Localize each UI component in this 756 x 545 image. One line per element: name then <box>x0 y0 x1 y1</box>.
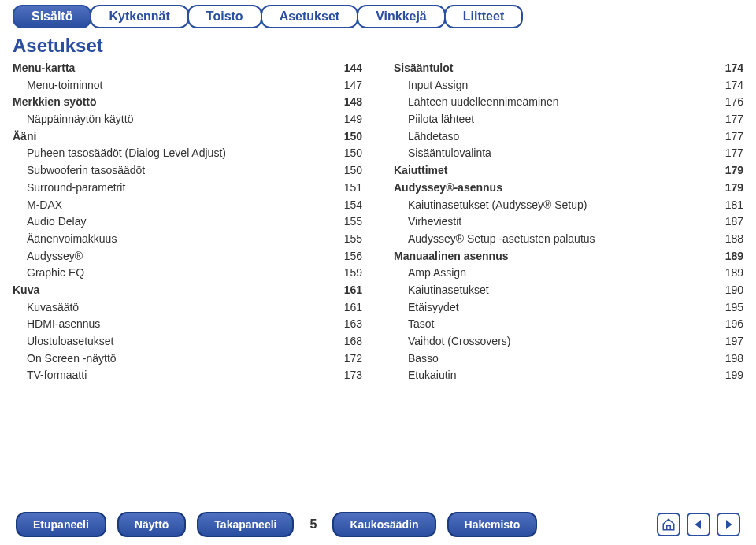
toc-page: 188 <box>721 231 743 248</box>
toc-label: Amp Assign <box>408 265 466 282</box>
toc-page: 173 <box>339 367 362 384</box>
toc-line[interactable]: Merkkien syöttö148 <box>13 94 362 111</box>
next-page-icon[interactable] <box>717 513 740 536</box>
toc-line[interactable]: Näppäinnäytön käyttö149 <box>13 111 362 128</box>
tab-sisalto[interactable]: Sisältö <box>13 5 91 28</box>
top-tabs: Sisältö Kytkennät Toisto Asetukset Vinkk… <box>0 0 756 28</box>
toc-line[interactable]: Menu-toiminnot147 <box>13 77 362 95</box>
toc-line[interactable]: Lähteen uudelleennimeäminen176 <box>394 94 743 111</box>
toc-line[interactable]: Basso198 <box>394 350 743 368</box>
toc-line[interactable]: Kaiutinasetukset190 <box>394 282 743 299</box>
toc-label: Lähteen uudelleennimeäminen <box>408 94 558 111</box>
toc-line[interactable]: Kuva161 <box>13 282 362 299</box>
tab-asetukset[interactable]: Asetukset <box>261 5 358 28</box>
toc-line[interactable]: Audio Delay155 <box>13 213 362 231</box>
prev-page-icon[interactable] <box>687 513 710 536</box>
toc-line[interactable]: Ääni150 <box>13 128 362 146</box>
toc-label: Äänenvoimakkuus <box>27 231 117 248</box>
toc-line[interactable]: HDMI-asennus163 <box>13 316 362 333</box>
tab-vinkkeja[interactable]: Vinkkejä <box>357 5 446 28</box>
tab-kytkennat[interactable]: Kytkennät <box>90 5 188 28</box>
toc-line[interactable]: TV-formaatti173 <box>13 367 362 384</box>
toc-line[interactable]: Input Assign174 <box>394 77 743 95</box>
toc-line[interactable]: Audyssey®-asennus179 <box>394 180 743 197</box>
toc-page: 177 <box>721 145 743 162</box>
toc-label: Kuva <box>13 282 39 299</box>
toc-line[interactable]: Etukaiutin199 <box>394 367 743 384</box>
toc-column-left: Menu-kartta144Menu-toiminnot147Merkkien … <box>13 60 362 384</box>
toc-line[interactable]: Sisääntulovalinta177 <box>394 145 743 162</box>
toc-line[interactable]: Graphic EQ159 <box>13 265 362 282</box>
toc-page: 149 <box>339 111 362 128</box>
toc-label: Kaiutinasetukset (Audyssey® Setup) <box>408 197 587 214</box>
btn-naytto[interactable]: Näyttö <box>117 512 187 537</box>
toc-label: Ääni <box>13 128 36 146</box>
page-title: Asetukset <box>0 28 756 60</box>
toc-line[interactable]: Sisääntulot174 <box>394 60 743 77</box>
toc-page: 189 <box>721 265 743 282</box>
toc-page: 189 <box>721 248 743 265</box>
toc-page: 198 <box>721 350 743 368</box>
toc-label: Input Assign <box>408 77 468 95</box>
toc-label: Surround-parametrit <box>27 180 125 197</box>
toc-page: 147 <box>339 77 362 95</box>
toc-label: Basso <box>408 350 439 368</box>
toc-line[interactable]: Surround-parametrit151 <box>13 180 362 197</box>
toc-page: 179 <box>721 180 743 197</box>
toc-page: 172 <box>339 350 362 368</box>
toc-label: Menu-kartta <box>13 60 75 77</box>
toc-page: 179 <box>721 162 743 180</box>
toc-page: 150 <box>339 128 362 146</box>
tab-toisto[interactable]: Toisto <box>187 5 262 28</box>
toc-line[interactable]: Piilota lähteet177 <box>394 111 743 128</box>
toc-label: M-DAX <box>27 197 62 214</box>
toc-line[interactable]: Kaiutinasetukset (Audyssey® Setup)181 <box>394 197 743 214</box>
toc-label: Näppäinnäytön käyttö <box>27 111 133 128</box>
toc-label: Kaiuttimet <box>394 162 447 180</box>
toc-line[interactable]: Äänenvoimakkuus155 <box>13 231 362 248</box>
home-icon[interactable] <box>657 513 680 536</box>
toc-line[interactable]: Ulostuloasetukset168 <box>13 333 362 350</box>
toc-line[interactable]: Amp Assign189 <box>394 265 743 282</box>
toc-line[interactable]: Manuaalinen asennus189 <box>394 248 743 265</box>
toc-line[interactable]: Etäisyydet195 <box>394 299 743 317</box>
toc-line[interactable]: Vaihdot (Crossovers)197 <box>394 333 743 350</box>
toc-label: Kuvasäätö <box>27 299 79 317</box>
btn-hakemisto[interactable]: Hakemisto <box>447 512 538 537</box>
toc-page: 195 <box>721 299 743 317</box>
toc-label: Audyssey®-asennus <box>394 180 502 197</box>
toc-line[interactable]: On Screen -näyttö172 <box>13 350 362 368</box>
toc-label: HDMI-asennus <box>27 316 100 333</box>
toc-label: Ulostuloasetukset <box>27 333 114 350</box>
toc-page: 190 <box>721 282 743 299</box>
toc-line[interactable]: Menu-kartta144 <box>13 60 362 77</box>
tab-liitteet[interactable]: Liitteet <box>444 5 523 28</box>
toc-content: Menu-kartta144Menu-toiminnot147Merkkien … <box>0 60 756 384</box>
toc-page: 155 <box>339 213 362 231</box>
toc-line[interactable]: Audyssey® Setup -asetusten palautus188 <box>394 231 743 248</box>
toc-line[interactable]: Tasot196 <box>394 316 743 333</box>
toc-page: 148 <box>339 94 362 111</box>
toc-label: Audyssey® <box>27 248 83 265</box>
toc-column-right: Sisääntulot174Input Assign174Lähteen uud… <box>394 60 743 384</box>
toc-label: Etukaiutin <box>408 367 456 384</box>
toc-page: 163 <box>339 316 362 333</box>
toc-line[interactable]: Subwooferin tasosäädöt150 <box>13 162 362 180</box>
toc-line[interactable]: Kuvasäätö161 <box>13 299 362 317</box>
btn-takapaneeli[interactable]: Takapaneeli <box>197 512 294 537</box>
toc-label: Kaiutinasetukset <box>408 282 489 299</box>
toc-page: 174 <box>721 60 743 77</box>
toc-line[interactable]: Kaiuttimet179 <box>394 162 743 180</box>
toc-page: 150 <box>339 162 362 180</box>
toc-line[interactable]: Audyssey®156 <box>13 248 362 265</box>
btn-etupaneeli[interactable]: Etupaneeli <box>16 512 106 537</box>
toc-line[interactable]: Virheviestit187 <box>394 213 743 231</box>
toc-line[interactable]: M-DAX154 <box>13 197 362 214</box>
bottom-bar: Etupaneeli Näyttö Takapaneeli 5 Kaukosää… <box>0 512 756 537</box>
toc-page: 168 <box>339 333 362 350</box>
btn-kaukosaadin[interactable]: Kaukosäädin <box>332 512 435 537</box>
toc-page: 197 <box>721 333 743 350</box>
toc-line[interactable]: Lähdetaso177 <box>394 128 743 146</box>
toc-label: TV-formaatti <box>27 367 87 384</box>
toc-line[interactable]: Puheen tasosäädöt (Dialog Level Adjust)1… <box>13 145 362 162</box>
